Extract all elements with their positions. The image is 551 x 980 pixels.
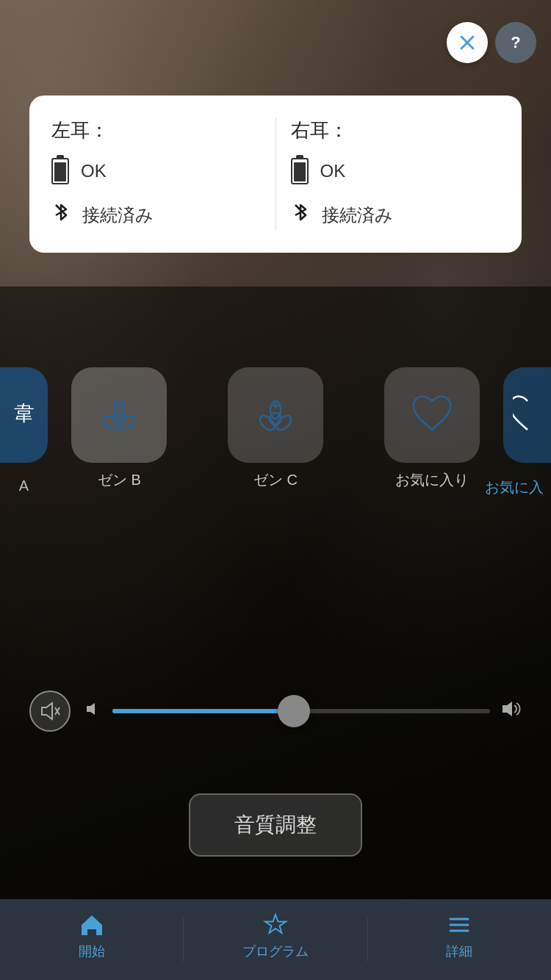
right-battery-icon — [291, 158, 309, 184]
nav-detail-label: 詳細 — [446, 943, 472, 960]
top-buttons: ? — [447, 22, 536, 63]
mute-icon — [39, 700, 61, 722]
mute-button[interactable] — [29, 691, 71, 732]
program-favorites[interactable]: お気に入り — [384, 367, 480, 490]
left-battery-status: OK — [81, 161, 107, 181]
right-connection-status: 接続済み — [322, 203, 393, 227]
left-battery-icon — [51, 158, 69, 184]
eq-button-label: 音質調整 — [234, 813, 317, 836]
left-connection-row: 接続済み — [51, 199, 261, 231]
nav-item-home[interactable]: 開始 — [0, 912, 183, 968]
volume-slider[interactable] — [112, 709, 490, 713]
home-icon — [79, 912, 105, 938]
program-zen-b-label: ゼン B — [98, 470, 141, 490]
program-zen-c-label: ゼン C — [253, 470, 298, 490]
volume-controls — [0, 691, 551, 732]
eq-button[interactable]: 音質調整 — [189, 793, 362, 857]
program-zen-c[interactable]: ゼン C — [228, 367, 323, 490]
svg-point-11 — [257, 413, 277, 433]
right-battery-row: OK — [291, 158, 500, 184]
program-favorites-label: お気に入り — [395, 470, 469, 490]
heart-icon-right — [513, 393, 542, 437]
nav-item-program[interactable]: プログラム — [184, 912, 367, 968]
svg-marker-18 — [87, 703, 95, 715]
svg-point-6 — [118, 413, 137, 433]
nav-item-detail[interactable]: 詳細 — [368, 912, 551, 968]
bottom-nav: 開始 プログラム 詳細 — [0, 899, 551, 980]
right-connection-row: 接続済み — [291, 199, 500, 231]
nav-home-label: 開始 — [79, 943, 105, 960]
zen-c-icon — [250, 389, 301, 441]
star-icon — [262, 912, 289, 938]
heart-icon — [406, 389, 458, 441]
volume-min-icon — [85, 701, 101, 721]
right-ear-title: 右耳： — [291, 118, 500, 143]
help-button[interactable]: ? — [495, 22, 536, 63]
zen-b-icon — [93, 389, 145, 441]
program-a-label: A — [0, 478, 48, 494]
close-button[interactable] — [447, 22, 488, 63]
svg-point-12 — [274, 413, 294, 433]
right-ear-section: 右耳： OK 接続済み — [276, 118, 500, 231]
left-ear-section: 左耳： OK 接続済み — [51, 118, 276, 231]
nav-program-label: プログラム — [242, 943, 309, 960]
okiniiri-right-label: お気に入 — [478, 478, 551, 497]
volume-slider-container — [85, 699, 522, 724]
svg-point-5 — [101, 413, 121, 433]
status-card: 左耳： OK 接続済み 右耳： OK — [29, 96, 522, 253]
program-favorites-partial[interactable] — [503, 367, 551, 463]
svg-text:韋: 韋 — [14, 402, 35, 425]
volume-max-icon — [501, 699, 522, 724]
svg-marker-19 — [503, 702, 512, 716]
left-connection-status: 接続済み — [82, 203, 154, 227]
left-ear-title: 左耳： — [51, 118, 261, 143]
svg-marker-15 — [42, 703, 52, 719]
program-zen-b[interactable]: ゼン B — [71, 367, 167, 490]
left-battery-row: OK — [51, 158, 261, 184]
list-icon — [446, 912, 472, 938]
left-bluetooth-icon — [51, 199, 71, 231]
right-battery-status: OK — [320, 161, 346, 181]
right-bluetooth-icon — [291, 199, 310, 231]
program-a-partial[interactable]: 韋 — [0, 367, 48, 463]
